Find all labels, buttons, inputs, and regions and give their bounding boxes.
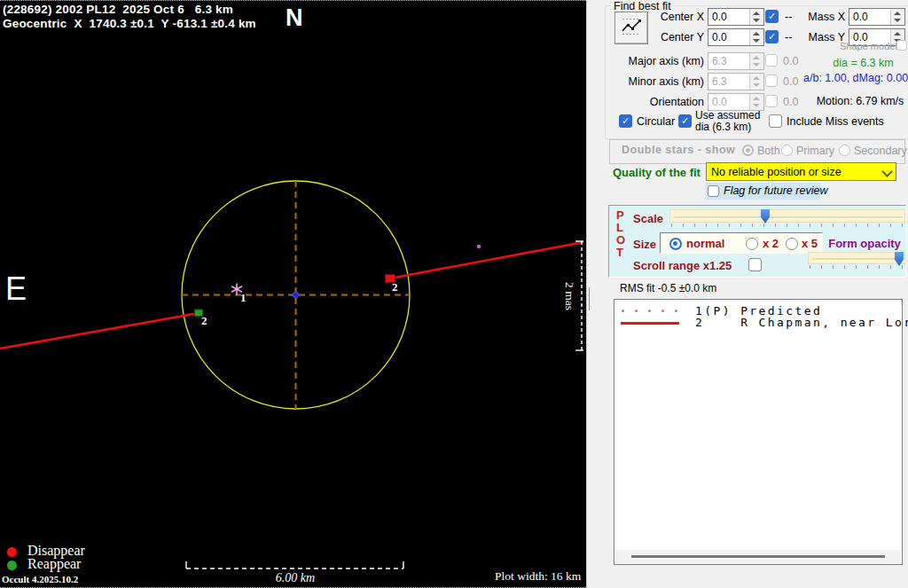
plot-title-line1: (228692) 2002 PL12 2025 Oct 6 6.3 km	[3, 3, 233, 16]
check-icon: ✓	[622, 115, 630, 126]
shape-model-label: Shape model	[840, 41, 895, 51]
scale-slider[interactable]	[669, 209, 905, 223]
minor-axis-aux: 0.0	[783, 75, 798, 88]
legend-row-chord2[interactable]: 2 R Chapman, near Lorena	[695, 316, 908, 329]
dia-readout: dia = 6.3 km	[821, 57, 905, 69]
include-miss-checkbox[interactable]	[769, 114, 782, 128]
size-x5-radio[interactable]	[786, 238, 798, 250]
center-y-dash-label: --	[785, 31, 792, 43]
scale-slider-ticks	[671, 223, 904, 227]
flag-review-bg: Flag for future review	[705, 183, 820, 200]
size-x2-label: x 2	[763, 237, 779, 250]
major-axis-label: Major axis (km)	[613, 55, 704, 67]
quality-combobox[interactable]: No reliable position or size	[706, 162, 896, 181]
orientation-label: Orientation	[613, 96, 704, 108]
include-miss-label: Include Miss events	[787, 115, 884, 128]
orientation-aux: 0.0	[783, 96, 798, 108]
minor-axis-spinner[interactable]: 6.3	[708, 73, 764, 90]
center-y-value[interactable]: 0.0	[708, 29, 749, 45]
use-assumed-label-2: dia (6.3 km)	[695, 121, 751, 133]
form-opacity-groove	[812, 258, 903, 261]
north-label: N	[286, 4, 303, 32]
orientation-value[interactable]: 0.0	[708, 94, 749, 110]
form-opacity-ticks	[810, 265, 904, 269]
chevron-down-icon	[881, 166, 893, 177]
center-x-dash-label: --	[785, 11, 792, 23]
check-icon: ✓	[681, 115, 689, 126]
orientation-checkbox[interactable]	[765, 95, 778, 107]
major-axis-checkbox[interactable]	[765, 54, 778, 67]
listbox-hscrollbar-thumb[interactable]	[631, 555, 885, 558]
mas-scale-label: 2 mas	[562, 273, 576, 319]
scale-slider-groove	[674, 216, 903, 219]
scale-bar-label: 6.00 km	[251, 571, 340, 585]
quality-label: Quality of the fit	[613, 166, 701, 179]
circular-label: Circular	[637, 115, 675, 128]
form-opacity-thumb[interactable]	[895, 252, 904, 266]
km-scale-bar	[186, 561, 403, 568]
quality-value: No reliable position or size	[711, 166, 841, 178]
size-normal-radio[interactable]	[669, 238, 682, 250]
check-icon: ✓	[768, 31, 776, 42]
mass-x-spinner[interactable]: 0.0	[849, 8, 905, 26]
size-x2-radio[interactable]	[746, 238, 758, 250]
double-both-radio[interactable]	[742, 145, 754, 156]
divider-tick	[589, 287, 590, 310]
east-label: E	[5, 270, 27, 308]
major-axis-spinner[interactable]: 6.3	[708, 52, 764, 70]
major-axis-value[interactable]: 6.3	[708, 53, 749, 69]
legend-reappear-label: Reappear	[27, 556, 81, 572]
shape-model-checkbox[interactable]	[896, 40, 907, 51]
disappear-dot-icon	[7, 547, 17, 557]
plot-title-line2: Geocentric X 1740.3 ±0.1 Y -613.1 ±0.4 k…	[3, 17, 256, 30]
marker1-label: 1	[240, 291, 247, 305]
occult-window: (228692) 2002 PL12 2025 Oct 6 6.3 km Geo…	[0, 0, 908, 588]
chord2-swatch	[621, 322, 679, 325]
plot-letter-p: P	[616, 208, 624, 222]
flag-review-checkbox[interactable]	[708, 185, 719, 197]
double-secondary-label: Secondary	[854, 145, 907, 157]
scale-slider-thumb[interactable]	[761, 209, 770, 223]
check-icon: ✓	[768, 11, 776, 21]
mass-y-label: Mass Y	[799, 31, 845, 43]
form-opacity-label: Form opacity	[824, 237, 905, 250]
occultation-plot[interactable]: (228692) 2002 PL12 2025 Oct 6 6.3 km Geo…	[0, 0, 586, 588]
mas-scale-bracket	[575, 241, 583, 350]
ab-readout: a/b: 1.00, dMag: 0.00	[803, 72, 908, 84]
chord2-line-left[interactable]	[0, 313, 199, 349]
center-x-checkbox[interactable]: ✓	[765, 10, 779, 23]
predicted-swatch	[622, 310, 680, 313]
double-both-label: Both	[757, 145, 780, 157]
scroll-range-checkbox[interactable]	[748, 258, 762, 271]
version-label: Occult 4.2025.10.2	[2, 574, 78, 584]
use-assumed-label-1: Use assumed	[695, 109, 760, 122]
major-axis-aux: 0.0	[783, 55, 798, 67]
use-assumed-checkbox[interactable]: ✓	[678, 114, 692, 128]
size-radio-group: normal x 2 x 5	[660, 232, 823, 254]
size-normal-label: normal	[686, 237, 724, 250]
chord-legend-listbox[interactable]: 1(P) Predicted 2 R Chapman, near Lorena	[614, 299, 903, 565]
mass-x-value[interactable]: 0.0	[849, 9, 890, 25]
minor-axis-value[interactable]: 6.3	[708, 74, 749, 90]
double-primary-radio[interactable]	[781, 145, 793, 156]
plot-letter-t: T	[616, 246, 623, 259]
listbox-hscrollbar[interactable]	[615, 550, 901, 563]
flag-review-label: Flag for future review	[724, 184, 827, 197]
double-stars-label: Double stars - show	[622, 144, 735, 156]
center-y-checkbox[interactable]: ✓	[765, 30, 779, 43]
center-x-spinner[interactable]: 0.0	[708, 8, 764, 26]
form-opacity-slider[interactable]	[808, 252, 905, 264]
orientation-spinner[interactable]: 0.0	[708, 93, 764, 111]
minor-axis-checkbox[interactable]	[765, 74, 778, 87]
minor-axis-label: Minor axis (km)	[613, 75, 704, 88]
center-x-value[interactable]: 0.0	[708, 9, 749, 25]
plot-width-label: Plot width: 16 km	[495, 569, 581, 584]
mass-x-label: Mass X	[799, 11, 845, 23]
double-secondary-radio[interactable]	[839, 145, 850, 156]
plot-letter-o: O	[616, 233, 625, 247]
center-y-spinner[interactable]: 0.0	[708, 28, 764, 46]
double-primary-label: Primary	[796, 145, 834, 157]
chord2-line-right[interactable]	[390, 242, 583, 278]
size-label: Size	[633, 238, 656, 251]
circular-checkbox[interactable]: ✓	[619, 114, 632, 128]
